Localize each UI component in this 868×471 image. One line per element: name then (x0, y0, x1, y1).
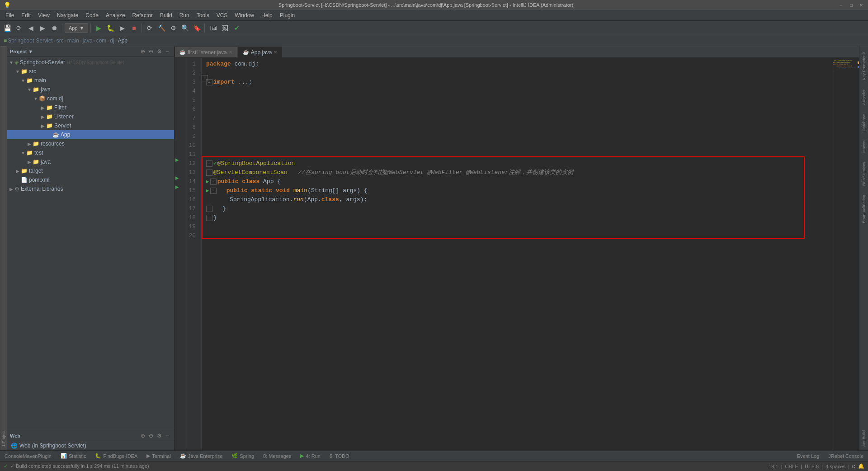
toolbar-screen-btn[interactable]: 🖼 (220, 23, 231, 33)
btab-spring[interactable]: 🌿 Spring (227, 451, 259, 462)
toolbar-hammer-btn[interactable]: 🔨 (156, 23, 167, 33)
gutter-run-15[interactable]: ▶ (175, 184, 179, 189)
menu-edit[interactable]: Edit (18, 11, 34, 19)
bc-item-5[interactable]: com (96, 38, 107, 44)
tab-firstlistener[interactable]: ☕ firstListener.java ✕ (175, 47, 237, 57)
web-settings-btn[interactable]: ⚙ (155, 432, 163, 440)
bc-item-1[interactable]: Springboot-Servlet (8, 38, 52, 44)
btab-messages[interactable]: 0: Messages (259, 451, 296, 462)
toolbar-settings-btn[interactable]: ⚙ (168, 23, 179, 33)
btab-run[interactable]: ▶ 4: Run (296, 451, 325, 462)
gutter-run-14[interactable]: ▶ (175, 175, 179, 180)
status-position[interactable]: 19:1 (769, 464, 778, 469)
toolbar-debug-btn[interactable]: 🐛 (105, 23, 116, 33)
app-run-dropdown[interactable]: App ▼ (65, 23, 88, 33)
fold-icon-17[interactable]: − (206, 206, 212, 212)
fold-icon-3[interactable]: − (206, 79, 212, 85)
run-icon-14[interactable]: ▶ (206, 177, 209, 186)
tree-item-app[interactable]: ☕ App (7, 130, 174, 139)
menu-help[interactable]: Help (258, 11, 276, 19)
close-btn[interactable]: ✕ (858, 2, 864, 8)
gutter-run-12[interactable]: ▶ (175, 157, 179, 162)
btab-jrebel[interactable]: JRebel Console (824, 451, 868, 462)
bc-item-3[interactable]: main (67, 38, 79, 44)
menu-build[interactable]: Build (156, 11, 176, 19)
tree-item-filter[interactable]: ▶ 📁 Filter (7, 103, 174, 112)
project-settings-btn[interactable]: ⚙ (155, 47, 163, 56)
menu-tools[interactable]: Tools (193, 11, 213, 19)
rs-tab-database[interactable]: Database (861, 110, 867, 135)
run-icon-15[interactable]: ▶ (206, 186, 209, 195)
toolbar-sync-btn[interactable]: ⟳ (144, 23, 155, 33)
toolbar-back-btn[interactable]: ◀ (25, 23, 36, 33)
toolbar-search-btn[interactable]: 🔍 (179, 23, 190, 33)
toolbar-recent-btn[interactable]: ⏺ (49, 23, 60, 33)
btab-eventlog[interactable]: Event Log (793, 451, 824, 462)
tree-item-root[interactable]: ▼ ◈ Springboot-Servlet H:\CSDN\Springboo… (7, 58, 174, 67)
tree-item-target[interactable]: ▶ 📁 target (7, 166, 174, 175)
tab-close-firstlistener[interactable]: ✕ (229, 50, 232, 55)
rs-tab-axcoder[interactable]: AXcoder (861, 86, 867, 109)
btab-statistic[interactable]: 📊 Statistic (56, 451, 91, 462)
toolbar-build-btn[interactable]: ▶ (93, 23, 104, 33)
rs-tab-restservices[interactable]: RestServices (861, 158, 867, 189)
tree-item-src[interactable]: ▼ 📁 src (7, 67, 174, 76)
fold-icon-18[interactable]: − (206, 215, 212, 221)
btab-enterprise[interactable]: ☕ Java Enterprise (175, 451, 227, 462)
minimize-btn[interactable]: − (838, 2, 844, 8)
tree-item-pom[interactable]: 📄 pom.xml (7, 175, 174, 184)
maximize-btn[interactable]: □ (848, 2, 854, 8)
project-close-btn[interactable]: − (163, 47, 171, 56)
toolbar-stop-btn[interactable]: ■ (128, 23, 139, 33)
menu-plugin[interactable]: Plugin (276, 11, 298, 19)
status-indent[interactable]: 4 spaces (826, 464, 845, 469)
tree-item-main[interactable]: ▼ 📁 main (7, 76, 174, 85)
web-item-servlet[interactable]: 🌐 Web (in Springboot-Servlet) (7, 441, 174, 450)
toolbar-check-btn[interactable]: ✔ (231, 23, 242, 33)
status-notifications[interactable]: 🔔 (858, 463, 864, 469)
menu-view[interactable]: View (34, 11, 53, 19)
menu-vcs[interactable]: VCS (213, 11, 231, 19)
toolbar-save-btn[interactable]: 💾 (2, 23, 13, 33)
tail-label[interactable]: Tail (207, 25, 219, 31)
tree-item-testjava[interactable]: ▶ 📁 java (7, 157, 174, 166)
fold-icon-15[interactable]: − (210, 188, 217, 194)
rs-tab-keypromoter[interactable]: Key Promoter X (861, 48, 867, 84)
menu-run[interactable]: Run (176, 11, 193, 19)
menu-code[interactable]: Code (82, 11, 102, 19)
tree-item-comdj[interactable]: ▼ 📦 com.dj (7, 94, 174, 103)
rs-tab-beanvalidation[interactable]: Bean Validation (861, 191, 867, 226)
btab-findbugs[interactable]: 🐛 FindBugs-IDEA (90, 451, 142, 462)
tree-item-java[interactable]: ▼ 📁 java (7, 85, 174, 94)
tree-item-listener[interactable]: ▶ 📁 Listener (7, 112, 174, 121)
web-expand-btn[interactable]: ⊕ (139, 432, 147, 440)
menu-navigate[interactable]: Navigate (53, 11, 82, 19)
vtab-project[interactable]: 1:Project (0, 46, 7, 450)
code-content[interactable]: − package com.dj; − import ...; − (202, 58, 832, 450)
vtab-favorites[interactable]: 2:Favorites (0, 46, 0, 450)
bc-item-7[interactable]: App (118, 38, 127, 44)
rs-tab-maven[interactable]: Maven (861, 137, 867, 156)
project-collapse-btn[interactable]: ⊖ (147, 47, 155, 56)
toolbar-fwd-btn[interactable]: ▶ (37, 23, 48, 33)
fold-icon-14[interactable]: − (210, 179, 217, 185)
menu-file[interactable]: File (2, 11, 18, 19)
tree-item-servlet[interactable]: ▶ 📁 Servlet (7, 121, 174, 130)
menu-refactor[interactable]: Refactor (129, 11, 156, 19)
rs-tab-antbuild[interactable]: Ant Build (861, 427, 867, 450)
status-encoding[interactable]: CRLF (785, 464, 798, 469)
menu-analyze[interactable]: Analyze (102, 11, 129, 19)
tab-app[interactable]: ☕ App.java ✕ (238, 47, 283, 57)
web-collapse-btn[interactable]: ⊖ (147, 432, 155, 440)
web-close-btn[interactable]: − (163, 432, 171, 440)
project-expand-btn[interactable]: ⊕ (139, 47, 147, 56)
tree-item-extlibs[interactable]: ▶ ⚙ External Libraries (7, 184, 174, 193)
btab-consolemaven[interactable]: ConsoleMavenPlugin (0, 451, 56, 462)
status-charset[interactable]: UTF-8 (805, 464, 819, 469)
code-editor[interactable]: ▶ ▶ ▶ 1 2 3 4 5 6 7 8 9 10 11 12 13 14 1… (175, 58, 859, 450)
toolbar-bookmark-btn[interactable]: 🔖 (191, 23, 202, 33)
btab-todo[interactable]: 6: TODO (325, 451, 354, 462)
toolbar-run-btn[interactable]: ▶ (117, 23, 127, 33)
fold-icon-13[interactable]: − (206, 170, 212, 176)
bc-item-2[interactable]: src (57, 38, 64, 44)
